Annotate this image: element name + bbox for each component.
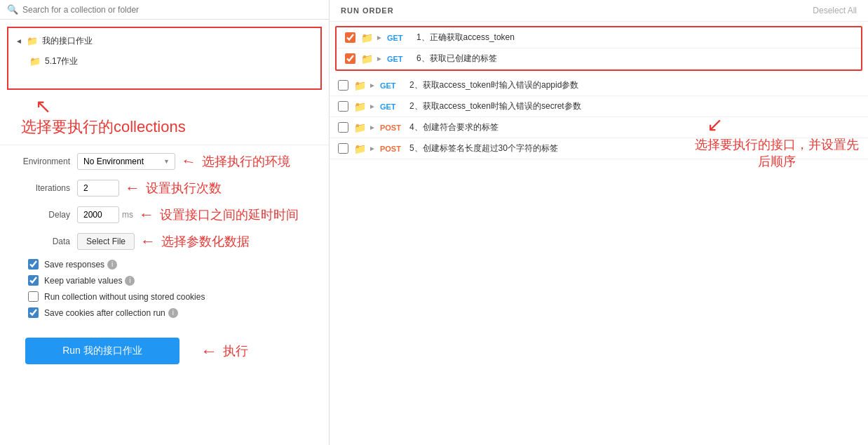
folder-icon-req6: 📁 <box>354 143 366 154</box>
environment-select-wrap: No Environment <box>77 153 175 170</box>
run-order-header: RUN ORDER Deselect All <box>330 0 868 22</box>
collection-list: ◄ 📁 我的接口作业 📁 5.17作业 <box>7 27 322 90</box>
folder-icon-req3: 📁 <box>354 80 366 91</box>
no-cookies-checkbox[interactable] <box>28 291 39 302</box>
arrow-collections-icon: ↖ <box>35 97 51 117</box>
save-responses-label: Save responses <box>44 260 104 270</box>
annotation-delay: 设置接口之间的延时时间 <box>160 206 299 223</box>
request-name-1: 1、正确获取access_token <box>416 32 853 44</box>
right-panel: RUN ORDER Deselect All 📁 ► GET 1、正确获取acc… <box>330 0 868 445</box>
method-badge-3: GET <box>380 81 404 90</box>
request-name-3: 2、获取access_token时输入错误的appid参数 <box>409 79 860 91</box>
request-item-4[interactable]: 📁 ► GET 2、获取access_token时输入错误的secret参数 <box>330 96 868 117</box>
annotation-iterations: 设置执行次数 <box>146 180 222 197</box>
request-item-1[interactable]: 📁 ► GET 1、正确获取access_token <box>337 27 861 48</box>
request-checkbox-2[interactable] <box>345 53 355 64</box>
select-file-button[interactable]: Select File <box>77 233 135 250</box>
request-name-2: 6、获取已创建的标签 <box>416 53 853 65</box>
delay-label: Delay <box>14 210 70 220</box>
request-checkbox-5[interactable] <box>338 122 348 133</box>
delay-unit: ms <box>122 210 133 220</box>
arrow-run-icon: ← <box>201 341 217 361</box>
folder-icon-517: 📁 <box>29 56 41 67</box>
annotation-environment: 选择执行的环境 <box>202 153 290 170</box>
folder-icon: 📁 <box>27 36 38 46</box>
collection-name-517: 5.17作业 <box>45 55 78 67</box>
request-item-2[interactable]: 📁 ► GET 6、获取已创建的标签 <box>337 48 861 69</box>
right-section: 📁 ► GET 1、正确获取access_token 📁 ► GET 6、获取已… <box>330 22 868 445</box>
iterations-input[interactable] <box>77 180 119 197</box>
delay-row: Delay ms ← 设置接口之间的延时时间 <box>14 206 315 224</box>
request-checkbox-1[interactable] <box>345 32 355 43</box>
arrow-data-icon: ← <box>140 232 156 251</box>
expand-icon-req3: ► <box>369 81 376 89</box>
expand-icon-req2: ► <box>376 55 383 62</box>
save-cookies-checkbox[interactable] <box>28 307 39 318</box>
method-badge-2: GET <box>387 55 411 63</box>
folder-icon-req1: 📁 <box>361 32 373 44</box>
run-button-area: Run 我的接口作业 ← 执行 <box>0 331 329 371</box>
search-bar: 🔍 <box>0 0 329 20</box>
checkbox-save-responses: Save responses i <box>14 259 315 270</box>
request-name-6: 5、创建标签名长度超过30个字符的标签 <box>409 142 860 154</box>
request-name-5: 4、创建符合要求的标签 <box>409 121 860 133</box>
folder-icon-req4: 📁 <box>354 101 366 112</box>
keep-variable-label: Keep variable values <box>44 276 122 286</box>
folder-icon-req5: 📁 <box>354 122 366 133</box>
iterations-label: Iterations <box>14 183 70 193</box>
environment-select[interactable]: No Environment <box>77 153 175 170</box>
save-cookies-label: Save cookies after collection run <box>44 308 165 318</box>
left-panel: 🔍 ◄ 📁 我的接口作业 📁 5.17作业 ↖ 选择要执行的collection… <box>0 0 330 445</box>
environment-row: Environment No Environment ← 选择执行的环境 <box>14 152 315 171</box>
folder-icon-req2: 📁 <box>361 53 373 65</box>
expand-icon-req6: ► <box>369 145 376 152</box>
annotation-collections-area: ↖ 选择要执行的collections <box>0 97 329 145</box>
selected-group: 📁 ► GET 1、正确获取access_token 📁 ► GET 6、获取已… <box>335 26 862 71</box>
method-badge-6: POST <box>380 145 404 153</box>
expand-icon-req1: ► <box>376 34 383 41</box>
environment-label: Environment <box>14 157 70 166</box>
request-name-4: 2、获取access_token时输入错误的secret参数 <box>409 100 860 112</box>
delay-input[interactable] <box>77 206 119 223</box>
method-badge-1: GET <box>387 34 411 42</box>
arrow-delay-icon: ← <box>139 206 154 224</box>
keep-variable-info-icon[interactable]: i <box>125 276 135 286</box>
data-row: Data Select File ← 选择参数化数据 <box>14 232 315 251</box>
expand-icon-req5: ► <box>369 124 376 131</box>
annotation-run: 执行 <box>223 343 248 359</box>
request-item-3[interactable]: 📁 ► GET 2、获取access_token时输入错误的appid参数 <box>330 75 868 96</box>
checkbox-keep-variable: Keep variable values i <box>14 275 315 286</box>
deselect-all-button[interactable]: Deselect All <box>813 6 857 15</box>
search-icon: 🔍 <box>7 4 18 15</box>
run-button[interactable]: Run 我的接口作业 <box>25 338 179 364</box>
request-item-6[interactable]: 📁 ► POST 5、创建标签名长度超过30个字符的标签 <box>330 138 868 159</box>
annotation-collections: 选择要执行的collections <box>21 117 186 138</box>
collection-name-my: 我的接口作业 <box>42 35 93 47</box>
data-label: Data <box>14 237 70 246</box>
collection-item-517[interactable]: 📁 5.17作业 <box>8 51 320 72</box>
search-input[interactable] <box>22 5 322 15</box>
save-responses-checkbox[interactable] <box>28 259 39 270</box>
checkbox-no-cookies: Run collection without using stored cook… <box>14 291 315 302</box>
save-responses-info-icon[interactable]: i <box>107 260 117 270</box>
expand-icon-req4: ► <box>369 102 376 110</box>
save-cookies-info-icon[interactable]: i <box>168 308 178 318</box>
method-badge-4: GET <box>380 102 404 111</box>
annotation-data: 选择参数化数据 <box>161 233 250 250</box>
arrow-env-icon: ← <box>179 151 198 171</box>
arrow-iterations-icon: ← <box>125 179 140 197</box>
checkbox-save-cookies: Save cookies after collection run i <box>14 307 315 318</box>
collapse-arrow-icon: ◄ <box>15 37 22 45</box>
collection-item-my[interactable]: ◄ 📁 我的接口作业 <box>8 31 320 51</box>
request-checkbox-6[interactable] <box>338 143 348 154</box>
method-badge-5: POST <box>380 124 404 132</box>
request-checkbox-4[interactable] <box>338 101 348 112</box>
iterations-row: Iterations ← 设置执行次数 <box>14 179 315 197</box>
no-cookies-label: Run collection without using stored cook… <box>44 292 205 302</box>
request-list: 📁 ► GET 1、正确获取access_token 📁 ► GET 6、获取已… <box>330 22 868 445</box>
keep-variable-checkbox[interactable] <box>28 275 39 286</box>
form-section: Environment No Environment ← 选择执行的环境 Ite… <box>0 145 329 331</box>
request-checkbox-3[interactable] <box>338 80 348 91</box>
run-order-title: RUN ORDER <box>341 6 394 15</box>
request-item-5[interactable]: 📁 ► POST 4、创建符合要求的标签 <box>330 117 868 138</box>
